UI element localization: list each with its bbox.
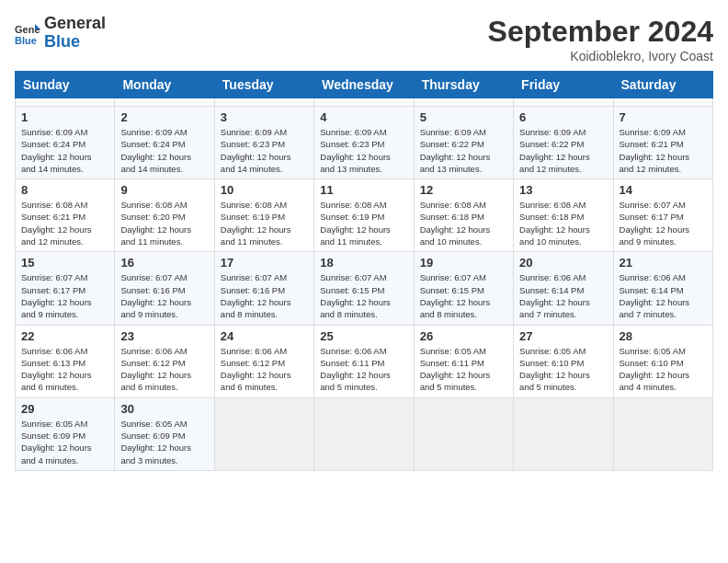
day-info: Sunrise: 6:06 AM Sunset: 6:12 PM Dayligh…	[221, 345, 308, 394]
day-info: Sunrise: 6:06 AM Sunset: 6:12 PM Dayligh…	[120, 345, 208, 394]
calendar-cell: 9Sunrise: 6:08 AM Sunset: 6:20 PM Daylig…	[115, 179, 214, 252]
day-number: 7	[620, 110, 707, 124]
day-info: Sunrise: 6:09 AM Sunset: 6:23 PM Dayligh…	[221, 126, 308, 175]
day-number: 2	[120, 110, 208, 124]
day-number: 15	[21, 256, 108, 270]
calendar-week-row: 22Sunrise: 6:06 AM Sunset: 6:13 PM Dayli…	[16, 325, 713, 397]
day-number: 29	[21, 402, 108, 416]
day-info: Sunrise: 6:08 AM Sunset: 6:19 PM Dayligh…	[221, 199, 308, 247]
weekday-header: Friday	[514, 72, 613, 98]
day-number: 20	[519, 256, 607, 270]
logo-icon: General Blue	[15, 20, 40, 46]
day-number: 12	[420, 183, 507, 197]
day-number: 8	[21, 183, 108, 197]
calendar-cell: 17Sunrise: 6:07 AM Sunset: 6:16 PM Dayli…	[214, 252, 313, 325]
day-info: Sunrise: 6:07 AM Sunset: 6:16 PM Dayligh…	[120, 271, 208, 320]
calendar-cell: 6Sunrise: 6:09 AM Sunset: 6:22 PM Daylig…	[514, 107, 613, 179]
day-number: 13	[519, 183, 607, 197]
calendar-cell	[414, 98, 513, 107]
day-info: Sunrise: 6:06 AM Sunset: 6:14 PM Dayligh…	[519, 271, 607, 320]
calendar-cell: 28Sunrise: 6:05 AM Sunset: 6:10 PM Dayli…	[613, 325, 712, 397]
calendar-cell: 2Sunrise: 6:09 AM Sunset: 6:24 PM Daylig…	[115, 107, 214, 179]
logo-line1: General	[44, 15, 106, 33]
calendar-week-row: 8Sunrise: 6:08 AM Sunset: 6:21 PM Daylig…	[16, 179, 713, 252]
day-number: 9	[120, 183, 208, 197]
calendar-cell: 26Sunrise: 6:05 AM Sunset: 6:11 PM Dayli…	[414, 325, 513, 397]
day-info: Sunrise: 6:07 AM Sunset: 6:16 PM Dayligh…	[221, 271, 308, 320]
calendar-cell	[414, 397, 513, 470]
weekday-header: Monday	[115, 72, 214, 98]
day-info: Sunrise: 6:07 AM Sunset: 6:15 PM Dayligh…	[420, 271, 507, 320]
day-number: 23	[120, 329, 208, 343]
day-number: 24	[221, 329, 308, 343]
day-number: 4	[320, 110, 407, 124]
day-info: Sunrise: 6:08 AM Sunset: 6:19 PM Dayligh…	[320, 199, 407, 247]
weekday-header: Saturday	[613, 72, 712, 98]
calendar-cell: 10Sunrise: 6:08 AM Sunset: 6:19 PM Dayli…	[214, 179, 313, 252]
day-number: 14	[620, 183, 707, 197]
calendar-week-row: 15Sunrise: 6:07 AM Sunset: 6:17 PM Dayli…	[16, 252, 713, 325]
day-info: Sunrise: 6:06 AM Sunset: 6:11 PM Dayligh…	[320, 345, 407, 394]
calendar-cell: 12Sunrise: 6:08 AM Sunset: 6:18 PM Dayli…	[414, 179, 513, 252]
day-info: Sunrise: 6:08 AM Sunset: 6:21 PM Dayligh…	[21, 199, 108, 247]
calendar-cell	[214, 98, 313, 107]
calendar-cell: 4Sunrise: 6:09 AM Sunset: 6:23 PM Daylig…	[314, 107, 414, 179]
logo-line2: Blue	[44, 33, 106, 52]
calendar-cell: 25Sunrise: 6:06 AM Sunset: 6:11 PM Dayli…	[314, 325, 414, 397]
day-number: 21	[620, 256, 707, 270]
day-number: 1	[21, 110, 108, 124]
day-info: Sunrise: 6:09 AM Sunset: 6:24 PM Dayligh…	[120, 126, 208, 175]
day-info: Sunrise: 6:08 AM Sunset: 6:20 PM Dayligh…	[120, 199, 208, 247]
day-number: 6	[519, 110, 607, 124]
calendar-cell: 24Sunrise: 6:06 AM Sunset: 6:12 PM Dayli…	[214, 325, 313, 397]
day-number: 27	[519, 329, 607, 343]
day-info: Sunrise: 6:09 AM Sunset: 6:22 PM Dayligh…	[420, 126, 507, 175]
day-number: 19	[420, 256, 507, 270]
day-info: Sunrise: 6:07 AM Sunset: 6:17 PM Dayligh…	[21, 271, 108, 320]
calendar-cell: 23Sunrise: 6:06 AM Sunset: 6:12 PM Dayli…	[115, 325, 214, 397]
calendar-cell: 5Sunrise: 6:09 AM Sunset: 6:22 PM Daylig…	[414, 107, 513, 179]
weekday-header: Thursday	[414, 72, 513, 98]
month-title: September 2024	[488, 15, 713, 49]
location: Koidioblekro, Ivory Coast	[488, 49, 713, 63]
weekday-header: Wednesday	[314, 72, 414, 98]
calendar-table: SundayMondayTuesdayWednesdayThursdayFrid…	[15, 71, 713, 471]
day-info: Sunrise: 6:08 AM Sunset: 6:18 PM Dayligh…	[519, 199, 607, 247]
calendar-cell	[514, 98, 613, 107]
day-info: Sunrise: 6:09 AM Sunset: 6:21 PM Dayligh…	[620, 126, 707, 175]
day-info: Sunrise: 6:09 AM Sunset: 6:23 PM Dayligh…	[320, 126, 407, 175]
calendar-cell: 21Sunrise: 6:06 AM Sunset: 6:14 PM Dayli…	[613, 252, 712, 325]
day-info: Sunrise: 6:05 AM Sunset: 6:11 PM Dayligh…	[420, 345, 507, 394]
calendar-cell: 8Sunrise: 6:08 AM Sunset: 6:21 PM Daylig…	[16, 179, 115, 252]
calendar-cell: 3Sunrise: 6:09 AM Sunset: 6:23 PM Daylig…	[214, 107, 313, 179]
calendar-cell: 19Sunrise: 6:07 AM Sunset: 6:15 PM Dayli…	[414, 252, 513, 325]
day-number: 26	[420, 329, 507, 343]
calendar-cell	[214, 397, 313, 470]
day-info: Sunrise: 6:09 AM Sunset: 6:24 PM Dayligh…	[21, 126, 108, 175]
day-number: 22	[21, 329, 108, 343]
calendar-cell: 14Sunrise: 6:07 AM Sunset: 6:17 PM Dayli…	[613, 179, 712, 252]
weekday-header: Tuesday	[214, 72, 313, 98]
day-info: Sunrise: 6:07 AM Sunset: 6:15 PM Dayligh…	[320, 271, 407, 320]
day-number: 28	[620, 329, 707, 343]
calendar-cell: 16Sunrise: 6:07 AM Sunset: 6:16 PM Dayli…	[115, 252, 214, 325]
calendar-cell	[613, 397, 712, 470]
calendar-cell: 7Sunrise: 6:09 AM Sunset: 6:21 PM Daylig…	[613, 107, 712, 179]
calendar-cell	[514, 397, 613, 470]
calendar-cell	[115, 98, 214, 107]
day-number: 18	[320, 256, 407, 270]
calendar-week-row: 29Sunrise: 6:05 AM Sunset: 6:09 PM Dayli…	[16, 397, 713, 470]
day-info: Sunrise: 6:09 AM Sunset: 6:22 PM Dayligh…	[519, 126, 607, 175]
calendar-cell: 18Sunrise: 6:07 AM Sunset: 6:15 PM Dayli…	[314, 252, 414, 325]
day-info: Sunrise: 6:05 AM Sunset: 6:10 PM Dayligh…	[620, 345, 707, 394]
day-number: 5	[420, 110, 507, 124]
calendar-cell: 11Sunrise: 6:08 AM Sunset: 6:19 PM Dayli…	[314, 179, 414, 252]
day-number: 3	[221, 110, 308, 124]
calendar-week-row: 1Sunrise: 6:09 AM Sunset: 6:24 PM Daylig…	[16, 107, 713, 179]
calendar-cell	[613, 98, 712, 107]
calendar-cell: 15Sunrise: 6:07 AM Sunset: 6:17 PM Dayli…	[16, 252, 115, 325]
svg-text:Blue: Blue	[15, 35, 37, 46]
calendar-cell: 20Sunrise: 6:06 AM Sunset: 6:14 PM Dayli…	[514, 252, 613, 325]
weekday-header-row: SundayMondayTuesdayWednesdayThursdayFrid…	[16, 72, 713, 98]
day-number: 11	[320, 183, 407, 197]
